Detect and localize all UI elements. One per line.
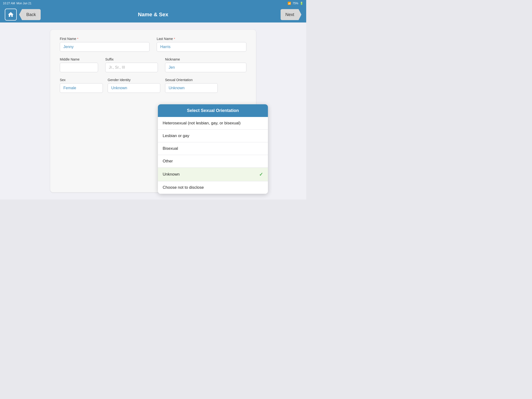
suffix-input[interactable] <box>105 63 158 72</box>
option-label-choose-not-to-disclose: Choose not to disclose <box>163 185 204 190</box>
middle-name-group: Middle Name <box>60 57 98 72</box>
name-row: First Name * Last Name * <box>60 37 246 52</box>
date-display: Mon Jun 21 <box>17 2 32 5</box>
sex-label: Sex <box>60 78 103 82</box>
gender-identity-label: Gender Identity <box>108 78 160 82</box>
last-name-group: Last Name * <box>157 37 246 52</box>
wifi-icon: 📶 <box>288 2 291 5</box>
last-name-label: Last Name * <box>157 37 246 41</box>
orientation-option-lesbian-or-gay[interactable]: Lesbian or gay <box>158 130 268 142</box>
header: Back Name & Sex Next <box>0 7 306 22</box>
first-name-label: First Name * <box>60 37 150 41</box>
back-label: Back <box>26 12 36 17</box>
gender-identity-input[interactable] <box>108 83 160 93</box>
middle-name-label: Middle Name <box>60 57 98 61</box>
battery-display: 75% <box>292 2 298 5</box>
header-left: Back <box>5 9 41 21</box>
dropdown-header: Select Sexual Orientation <box>158 104 268 117</box>
first-name-group: First Name * <box>60 37 150 52</box>
form-card: First Name * Last Name * Middle Name <box>50 30 256 192</box>
sex-input[interactable] <box>60 83 103 93</box>
suffix-group: Suffix <box>105 57 158 72</box>
first-name-required: * <box>77 37 78 41</box>
next-label: Next <box>285 12 294 17</box>
time-display: 10:27 AM <box>3 2 15 5</box>
nickname-input[interactable] <box>165 63 246 72</box>
page-title: Name & Sex <box>138 12 168 18</box>
first-name-input[interactable] <box>60 42 150 52</box>
orientation-option-unknown[interactable]: Unknown ✓ <box>158 168 268 181</box>
sexual-orientation-input[interactable] <box>165 83 218 93</box>
option-label-heterosexual: Heterosexual (not lesbian, gay, or bisex… <box>163 121 241 126</box>
home-button[interactable] <box>5 9 17 21</box>
middle-row: Middle Name Suffix Nickname <box>60 57 246 72</box>
nickname-label: Nickname <box>165 57 246 61</box>
option-label-unknown: Unknown <box>163 172 180 177</box>
last-name-input[interactable] <box>157 42 246 52</box>
battery-icon: 🔋 <box>300 2 303 5</box>
orientation-option-choose-not-to-disclose[interactable]: Choose not to disclose <box>158 181 268 194</box>
option-label-other: Other <box>163 159 173 164</box>
home-icon <box>7 11 14 18</box>
orientation-option-heterosexual[interactable]: Heterosexual (not lesbian, gay, or bisex… <box>158 117 268 130</box>
gender-identity-group: Gender Identity <box>108 78 160 93</box>
main-content: First Name * Last Name * Middle Name <box>0 22 306 200</box>
header-right: Next <box>281 9 301 20</box>
sexual-orientation-group: Sexual Orientation Select Sexual Orienta… <box>165 78 218 93</box>
selected-checkmark: ✓ <box>259 171 263 177</box>
option-label-lesbian-or-gay: Lesbian or gay <box>163 133 190 138</box>
back-button[interactable]: Back <box>19 9 41 20</box>
sex-group: Sex <box>60 78 103 93</box>
last-name-required: * <box>174 37 175 41</box>
status-right: 📶 75% 🔋 <box>288 2 303 5</box>
orientation-option-bisexual[interactable]: Bisexual <box>158 142 268 155</box>
option-label-bisexual: Bisexual <box>163 146 178 151</box>
sexual-orientation-label: Sexual Orientation <box>165 78 218 82</box>
sgo-row: Sex Gender Identity Sexual Orientation <box>60 78 246 93</box>
next-button[interactable]: Next <box>281 9 301 20</box>
sexual-orientation-dropdown: Select Sexual Orientation Heterosexual (… <box>158 104 268 194</box>
suffix-label: Suffix <box>105 57 158 61</box>
nickname-group: Nickname <box>165 57 246 72</box>
middle-name-input[interactable] <box>60 63 98 72</box>
status-left: 10:27 AM Mon Jun 21 <box>3 2 31 5</box>
orientation-option-other[interactable]: Other <box>158 155 268 168</box>
status-bar: 10:27 AM Mon Jun 21 📶 75% 🔋 <box>0 0 306 7</box>
